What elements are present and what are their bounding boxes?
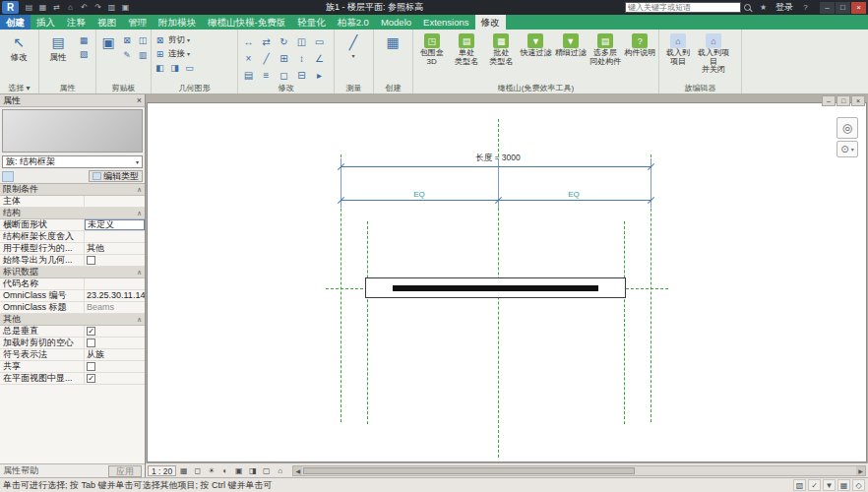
help-icon[interactable]: ?	[799, 3, 812, 12]
type-selector[interactable]: 族: 结构框架 ▾	[2, 155, 143, 168]
section-constraints[interactable]: 限制条件 ∧	[0, 184, 145, 196]
worksets-icon[interactable]: ▧	[793, 479, 806, 491]
redo-icon[interactable]: ↷	[92, 2, 104, 14]
reference-plane-inner-right[interactable]	[624, 221, 625, 424]
section-structural[interactable]: 结构 ∧	[0, 208, 145, 219]
rotate-icon[interactable]: ↻	[276, 33, 292, 49]
section-other[interactable]: 其他 ∧	[0, 314, 145, 326]
paint-icon[interactable]: ◨	[168, 61, 181, 74]
horizontal-scrollbar[interactable]: ◀ ▶	[292, 465, 866, 476]
drawing-canvas[interactable]: ◎ ⊙ ▾ 长度 = 3000	[147, 102, 867, 462]
offset-icon[interactable]: ⇄	[258, 33, 275, 49]
close-button[interactable]: ×	[851, 2, 866, 14]
property-value[interactable]: 其他	[85, 243, 145, 254]
bounding-box-3d-button[interactable]: ◳ 包围盒3D	[415, 31, 448, 82]
reveal-hidden-icon[interactable]: ⌂	[274, 464, 286, 476]
checkbox-checked[interactable]: ✓	[87, 327, 95, 336]
property-row-length-roundoff[interactable]: 结构框架长度舍入	[0, 231, 145, 243]
cut-geometry-button[interactable]: ⊠ 剪切 ▾	[154, 33, 196, 46]
checkbox-checked[interactable]: ✓	[87, 374, 95, 383]
property-row-code-name[interactable]: 代码名称	[0, 278, 145, 290]
visual-style-icon[interactable]: ◻	[191, 464, 204, 476]
tab-modify[interactable]: 修改	[475, 15, 506, 30]
property-row-section-shape[interactable]: 横断面形状 未定义	[0, 219, 145, 231]
match-properties-icon[interactable]: ✎	[120, 48, 134, 61]
trim-icon[interactable]: ≡	[258, 67, 275, 83]
editable-only-icon[interactable]: ✓	[808, 479, 821, 491]
sun-path-icon[interactable]: ☀	[205, 464, 217, 476]
array-icon[interactable]: ⊞	[276, 50, 292, 66]
filter-icon[interactable]: ▼	[823, 479, 836, 491]
select-toggle-icon[interactable]: ◇	[852, 479, 865, 491]
minimize-button[interactable]: –	[820, 2, 835, 14]
scale-selector[interactable]: 1 : 20	[148, 465, 176, 476]
steering-wheel-icon[interactable]: ◎	[837, 117, 858, 139]
crop-region-icon[interactable]: ◨	[246, 464, 259, 476]
apply-button[interactable]: 应用	[108, 465, 142, 477]
save-icon[interactable]: ▦	[36, 2, 49, 14]
app-menu-button[interactable]: R	[2, 1, 19, 14]
properties-header[interactable]: 属性 ×	[0, 94, 145, 107]
view-restore-icon[interactable]: □	[837, 95, 850, 106]
property-value-editing[interactable]: 未定义	[85, 219, 145, 230]
unpin-icon[interactable]: ◻	[276, 67, 292, 83]
temporary-hide-icon[interactable]: ▢	[260, 464, 273, 476]
paste-button[interactable]: ▣	[98, 31, 118, 82]
property-value[interactable]	[85, 196, 145, 207]
open-icon[interactable]: ▤	[23, 2, 35, 14]
checkbox[interactable]	[87, 338, 95, 347]
property-value[interactable]: 23.25.30.11.14.14	[85, 290, 145, 301]
design-options-icon[interactable]: ▦	[837, 479, 850, 491]
sign-in-button[interactable]: 登录	[775, 1, 793, 14]
search-input[interactable]	[625, 2, 741, 13]
move-icon[interactable]: ↕	[293, 50, 310, 66]
tab-modelo[interactable]: Modelo	[375, 15, 417, 30]
cut-icon[interactable]: ⊠	[120, 33, 134, 46]
property-row-cut-with-voids[interactable]: 加载时剪切的空心	[0, 338, 145, 349]
beam-solid[interactable]	[393, 285, 598, 291]
tab-addins[interactable]: 附加模块	[153, 15, 202, 30]
modify-tool-button[interactable]: ↖ 修改	[2, 31, 35, 82]
tab-lightweight[interactable]: 轻量化	[291, 15, 332, 30]
copy-tool-icon[interactable]: ▤	[240, 67, 257, 83]
family-category-icon[interactable]: ▦	[77, 33, 91, 46]
shadows-icon[interactable]: ◐	[218, 464, 231, 476]
eq-label-right[interactable]: EQ	[564, 190, 584, 199]
component-info-button[interactable]: ? 构件说明	[624, 31, 656, 82]
demolish-icon[interactable]: ▭	[183, 61, 196, 74]
close-icon[interactable]: ×	[137, 95, 142, 105]
load-into-project-close-button[interactable]: ⌂ 载入到项目 并关闭	[697, 31, 730, 82]
copy-icon[interactable]: ◫	[136, 33, 150, 46]
crop-view-icon[interactable]: ▣	[232, 464, 245, 476]
restore-button[interactable]: □	[836, 2, 850, 14]
mirror-icon[interactable]: ◫	[293, 33, 310, 49]
delete-icon[interactable]: ×	[240, 50, 257, 66]
quick-filter-button[interactable]: ▼ 快速过滤	[520, 31, 552, 82]
tab-manage[interactable]: 管理	[122, 15, 153, 30]
tab-insert[interactable]: 插入	[31, 15, 61, 30]
scrollbar-thumb[interactable]	[303, 467, 635, 474]
edit-type-button[interactable]: 编辑类型	[89, 170, 143, 182]
tab-annotate[interactable]: 注释	[61, 15, 92, 30]
tab-glodon[interactable]: 橄榄山快模-免费版	[202, 15, 291, 30]
property-row-shared[interactable]: 共享	[0, 361, 145, 373]
print-icon[interactable]: ▥	[105, 2, 118, 14]
home-icon[interactable]: ⌂	[64, 2, 77, 14]
select-multilayer-button[interactable]: ▤ 选多层 同处构件	[589, 31, 621, 82]
properties-filter-icon[interactable]	[2, 171, 14, 182]
dimension-line-length[interactable]	[341, 166, 651, 167]
reference-plane-inner-left[interactable]	[367, 221, 368, 424]
detail-level-icon[interactable]: ▦	[177, 464, 190, 476]
view-minimize-icon[interactable]: –	[822, 95, 836, 106]
property-value[interactable]	[85, 231, 145, 242]
single-type-name-button[interactable]: ▤ 单处 类型名	[450, 31, 482, 82]
property-value[interactable]: 从族	[85, 349, 145, 360]
property-value[interactable]	[85, 278, 145, 289]
favorites-icon[interactable]: ★	[757, 3, 770, 12]
tab-create[interactable]: 创建	[0, 15, 31, 30]
sync-icon[interactable]: ⇄	[50, 2, 63, 14]
property-row-host[interactable]: 主体	[0, 196, 145, 208]
checkbox[interactable]	[87, 256, 95, 265]
property-row-model-behavior[interactable]: 用于模型行为的... 其他	[0, 243, 145, 255]
more-tools-icon[interactable]: ▸	[311, 67, 328, 83]
